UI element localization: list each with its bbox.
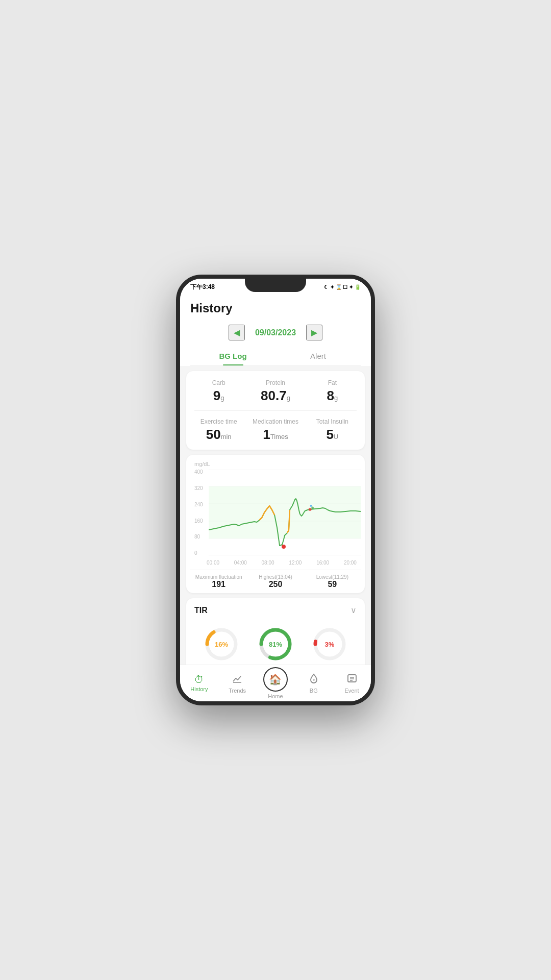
insulin-value: 5U: [308, 427, 357, 442]
medication-label: Medication times: [251, 418, 299, 425]
date-display: 09/03/2023: [255, 328, 296, 337]
tir-low-percent: 3%: [325, 641, 335, 648]
tir-header: TIR ∨: [194, 605, 357, 615]
chart-stats: Maximum fluctuation 191 Highest(13:04) 2…: [190, 570, 361, 589]
bg-icon: [308, 673, 319, 686]
history-nav-label: History: [190, 686, 208, 692]
event-nav-label: Event: [345, 688, 359, 694]
y-label-240: 240: [194, 502, 207, 507]
carb-label: Carb: [194, 379, 243, 386]
bg-chart-card: mg/dL 400 320 240 160 80 0: [186, 455, 365, 593]
medication-value: 1Times: [251, 427, 299, 442]
notch: [245, 279, 306, 292]
highest-stat: Highest(13:04) 250: [247, 574, 304, 589]
phone-frame: 下午3:48 ☾ ✦ ⌛ ☐ ✦ 🔋 History ◀ 09/03/2023 …: [176, 275, 375, 705]
trends-icon: [232, 673, 243, 686]
carb-stat: Carb 9g: [194, 379, 243, 403]
status-time: 下午3:48: [190, 283, 215, 291]
x-label-1600: 16:00: [316, 560, 329, 566]
lowest-value: 59: [304, 580, 361, 589]
protein-stat: Protein 80.7g: [251, 379, 299, 403]
page-header: History ◀ 09/03/2023 ▶ BG Log Alert: [180, 295, 371, 366]
y-label-160: 160: [194, 518, 207, 524]
fat-value: 8g: [308, 388, 357, 403]
protein-value: 80.7g: [251, 388, 299, 403]
event-marker-1: [309, 508, 312, 511]
exercise-value: 50min: [194, 427, 243, 442]
max-fluctuation-label: Maximum fluctuation: [190, 574, 247, 580]
home-icon: 🏠: [263, 667, 288, 692]
nav-bg[interactable]: BG: [294, 665, 333, 701]
tir-low-item: 3%: [312, 626, 347, 662]
x-label-0400: 04:00: [234, 560, 247, 566]
status-icons: ☾ ✦ ⌛ ☐ ✦ 🔋: [324, 284, 361, 290]
tir-expand-icon[interactable]: ∨: [350, 605, 357, 615]
bg-chart-svg: [209, 469, 361, 556]
svg-rect-14: [348, 675, 356, 682]
nutrition-bottom-row: Exercise time 50min Medication times 1Ti…: [194, 418, 357, 442]
trends-nav-label: Trends: [229, 688, 246, 694]
nutrition-top-row: Carb 9g Protein 80.7g Fat 8g: [194, 379, 357, 403]
chart-x-labels: 00:00 04:00 08:00 12:00 16:00 20:00: [190, 558, 361, 566]
stats-divider: [194, 410, 357, 411]
tir-high-circle: 16%: [204, 626, 239, 662]
x-label-1200: 12:00: [289, 560, 302, 566]
chart-unit-label: mg/dL: [190, 461, 361, 467]
highest-value: 250: [247, 580, 304, 589]
prev-date-button[interactable]: ◀: [229, 325, 245, 340]
highest-label: Highest(13:04): [247, 574, 304, 580]
x-label-0000: 00:00: [207, 560, 219, 566]
screen-content: History ◀ 09/03/2023 ▶ BG Log Alert Carb…: [180, 295, 371, 701]
tir-high-item: 16%: [204, 626, 239, 662]
nutrition-card: Carb 9g Protein 80.7g Fat 8g: [186, 371, 365, 450]
nav-history[interactable]: ⏱ History: [180, 665, 218, 701]
nav-home[interactable]: 🏠 Home: [257, 665, 295, 701]
tir-inrange-item: 81%: [258, 626, 293, 662]
fat-label: Fat: [308, 379, 357, 386]
tir-title: TIR: [194, 606, 208, 615]
fat-stat: Fat 8g: [308, 379, 357, 403]
exercise-stat: Exercise time 50min: [194, 418, 243, 442]
bg-nav-label: BG: [310, 688, 318, 694]
home-nav-label: Home: [268, 693, 283, 699]
y-label-80: 80: [194, 534, 207, 540]
x-label-2000: 20:00: [344, 560, 357, 566]
insulin-label: Total Insulin: [308, 418, 357, 425]
exercise-label: Exercise time: [194, 418, 243, 425]
protein-label: Protein: [251, 379, 299, 386]
next-date-button[interactable]: ▶: [306, 325, 322, 340]
tir-circles: 16% 81%: [194, 621, 357, 667]
tir-inrange-circle: 81%: [258, 626, 293, 662]
max-fluctuation-value: 191: [190, 580, 247, 589]
page-title: History: [190, 301, 361, 315]
history-icon: ⏱: [194, 674, 204, 684]
bottom-nav: ⏱ History Trends 🏠 Home BG: [180, 665, 371, 701]
y-label-400: 400: [194, 469, 207, 475]
date-nav: ◀ 09/03/2023 ▶: [190, 321, 361, 345]
carb-value: 9g: [194, 388, 243, 403]
lowest-point-marker: [282, 545, 286, 549]
battery-icon: ☾ ✦ ⌛ ☐ ✦ 🔋: [324, 284, 361, 290]
tir-card: TIR ∨ 16%: [186, 598, 365, 674]
nav-trends[interactable]: Trends: [218, 665, 257, 701]
event-marker-3: [310, 505, 312, 507]
event-icon: [346, 673, 358, 686]
lowest-stat: Lowest(11:29) 59: [304, 574, 361, 589]
tab-alert[interactable]: Alert: [276, 347, 361, 365]
insulin-stat: Total Insulin 5U: [308, 418, 357, 442]
y-label-0: 0: [194, 550, 207, 556]
y-label-320: 320: [194, 485, 207, 491]
nav-event[interactable]: Event: [333, 665, 371, 701]
tab-bar: BG Log Alert: [190, 347, 361, 366]
tir-low-circle: 3%: [312, 626, 347, 662]
tir-inrange-percent: 81%: [269, 641, 282, 648]
max-fluctuation-stat: Maximum fluctuation 191: [190, 574, 247, 589]
tir-high-percent: 16%: [215, 641, 228, 648]
svg-point-13: [313, 679, 315, 681]
medication-stat: Medication times 1Times: [251, 418, 299, 442]
lowest-label: Lowest(11:29): [304, 574, 361, 580]
x-label-0800: 08:00: [262, 560, 274, 566]
event-marker-2: [311, 507, 314, 509]
tab-bg-log[interactable]: BG Log: [190, 347, 276, 365]
